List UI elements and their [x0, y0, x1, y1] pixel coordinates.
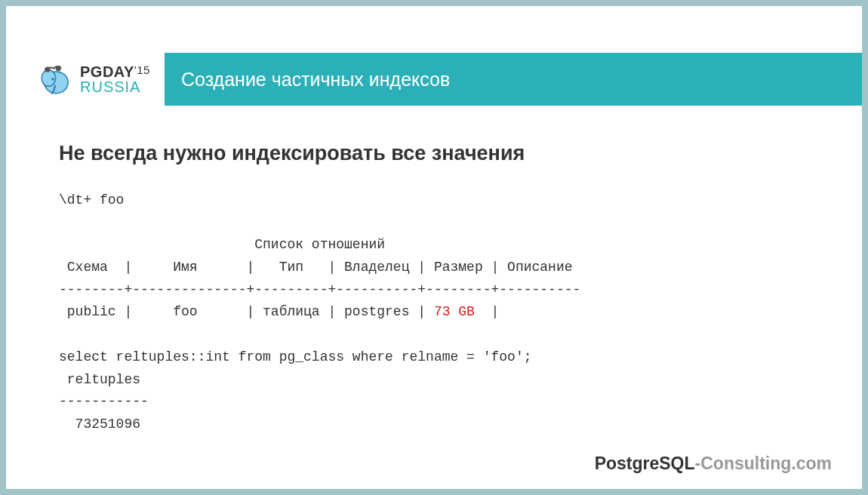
code-line: public | foo | таблица | postgres |	[59, 304, 434, 319]
code-line: select reltuples::int from pg_class wher…	[59, 349, 532, 364]
code-line: -----------	[59, 394, 149, 409]
code-highlight: 73 GB	[434, 304, 475, 319]
svg-point-4	[56, 66, 61, 71]
footer-domain: -Consulting.com	[695, 453, 832, 473]
svg-point-2	[51, 78, 54, 81]
logo-year: '15	[134, 63, 150, 76]
code-line: 73251096	[59, 417, 140, 432]
code-line: \dt+ foo	[59, 192, 124, 208]
code-line: |	[475, 304, 499, 319]
elephant-icon	[38, 62, 72, 97]
logo-block: PGDAY'15 RUSSIA	[6, 53, 165, 106]
logo-text: PGDAY'15 RUSSIA	[80, 64, 150, 94]
slide-title: Создание частичных индексов	[165, 53, 862, 106]
code-block: \dt+ foo Список отношений Схема | Имя | …	[59, 189, 809, 436]
code-line: Список отношений	[59, 237, 385, 252]
footer: PostgreSQL-Consulting.com	[595, 453, 832, 474]
logo-brand: PGDAY	[80, 63, 134, 80]
content: Не всегда нужно индексировать все значен…	[6, 106, 862, 436]
logo-line1: PGDAY'15	[80, 64, 150, 79]
content-heading: Не всегда нужно индексировать все значен…	[59, 142, 809, 165]
slide: PGDAY'15 RUSSIA Создание частичных индек…	[6, 6, 862, 489]
footer-brand: PostgreSQL	[595, 453, 695, 473]
header-row: PGDAY'15 RUSSIA Создание частичных индек…	[6, 53, 862, 106]
logo-line2: RUSSIA	[80, 79, 150, 94]
code-line: reltuples	[59, 372, 140, 387]
code-line: Схема | Имя | Тип | Владелец | Размер | …	[59, 260, 573, 275]
svg-point-3	[45, 66, 50, 72]
code-line: --------+--------------+---------+------…	[59, 282, 580, 297]
